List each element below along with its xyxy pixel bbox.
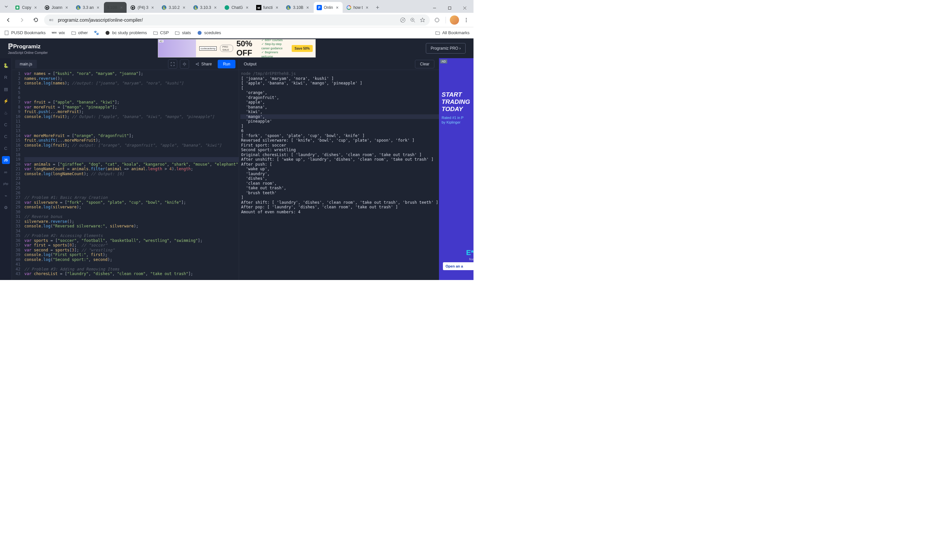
tab-close-icon[interactable]: × (96, 5, 100, 10)
lang-java-icon[interactable]: ♨ (2, 109, 10, 117)
code-line[interactable] (24, 119, 239, 124)
close-window-button[interactable] (457, 3, 472, 13)
bookmark-item[interactable]: scedules (197, 30, 221, 35)
code-line[interactable] (24, 262, 239, 267)
code-line[interactable]: console.log(fruit); // output: ["orange"… (24, 143, 239, 148)
browser-tab[interactable]: Mfuncti× (253, 2, 282, 13)
code-line[interactable]: console.log(longNameCount); // Output: [… (24, 172, 239, 177)
fullscreen-icon[interactable] (168, 60, 177, 69)
tab-close-icon[interactable]: × (305, 5, 310, 10)
code-line[interactable] (24, 157, 239, 162)
lang-go-icon[interactable]: ∞ (2, 168, 10, 176)
lang-cpp-icon[interactable]: C (2, 132, 10, 140)
share-button[interactable]: Share (192, 60, 215, 68)
code-line[interactable]: names.reverse(); (24, 76, 239, 81)
code-line[interactable] (24, 181, 239, 186)
site-info-icon[interactable] (48, 17, 55, 23)
code-line[interactable] (24, 210, 239, 215)
code-line[interactable]: console.log("Reversed silverware:", silv… (24, 224, 239, 229)
lang-php-icon[interactable]: php (2, 180, 10, 188)
ad-cta[interactable]: Save 50% (292, 45, 313, 52)
ad-banner[interactable]: codecademy PRO SALE 50% OFF 600+ courses… (158, 39, 316, 57)
tab-search-icon[interactable] (1, 2, 11, 11)
tab-close-icon[interactable]: × (274, 5, 279, 10)
code-line[interactable] (24, 191, 239, 195)
tab-close-icon[interactable]: × (150, 5, 155, 10)
code-line[interactable]: console.log("Second sport:", second); (24, 257, 239, 262)
code-line[interactable]: fruit.push(...moreFruit); (24, 109, 239, 114)
browser-tab[interactable]: ChatG× (221, 2, 253, 13)
code-line[interactable] (24, 229, 239, 234)
code-line[interactable]: console.log(fruit); // Output: ["apple",… (24, 114, 239, 119)
programiz-pro-button[interactable]: Programiz PRO › (426, 43, 466, 54)
browser-tab[interactable]: Copy× (12, 2, 41, 13)
side-ad-cta[interactable]: Open an a (443, 262, 473, 270)
lang-swift-icon[interactable]: ⌁ (2, 192, 10, 200)
cookie-blocked-icon[interactable] (399, 17, 406, 23)
output-body[interactable]: node /tmp/drEP8Yheh8.js[ 'joanna', 'mary… (239, 70, 439, 280)
code-line[interactable]: var first = sports[0]; // "soccer" (24, 243, 239, 248)
code-line[interactable]: silverware.reverse(); (24, 219, 239, 224)
bookmark-item[interactable]: bc study problems (105, 30, 147, 35)
browser-tab[interactable]: 🐍3.10B× (283, 2, 313, 13)
code-line[interactable]: // Problem #1: Basic Array Creation (24, 195, 239, 200)
browser-tab[interactable]: POnlin× (314, 2, 343, 13)
reload-button[interactable] (30, 14, 42, 26)
all-bookmarks-button[interactable]: All Bookmarks (435, 30, 470, 35)
lang-sql-icon[interactable]: ▤ (2, 85, 10, 93)
url-bar[interactable]: programiz.com/javascript/online-compiler… (44, 14, 430, 26)
minimize-button[interactable] (427, 3, 442, 13)
code-line[interactable] (24, 148, 239, 152)
code-line[interactable]: var names = ["kushi", "nora", "maryam", … (24, 71, 239, 76)
browser-tab[interactable]: Joann× (42, 2, 72, 13)
tab-close-icon[interactable]: × (245, 5, 249, 10)
code-line[interactable]: var sports = ["soccer", "football", "bas… (24, 238, 239, 243)
tab-close-icon[interactable]: × (365, 5, 369, 10)
browser-tab[interactable]: (P4) 3× (127, 2, 158, 13)
bookmark-item[interactable]: stats (175, 30, 191, 35)
lang-csharp-icon[interactable]: C (2, 144, 10, 152)
code-line[interactable] (24, 95, 239, 100)
lang-python-icon[interactable]: 🐍 (2, 62, 10, 69)
new-tab-button[interactable]: + (373, 3, 382, 12)
code-line[interactable]: var moreFruit = ["mango", "pineapple"]; (24, 105, 239, 110)
maximize-button[interactable] (442, 3, 457, 13)
code-line[interactable] (24, 86, 239, 91)
lang-html-icon[interactable]: ⚡ (2, 97, 10, 105)
code-line[interactable] (24, 90, 239, 95)
code-line[interactable]: var silverware = ["fork", "spoon", "plat… (24, 200, 239, 205)
tab-close-icon[interactable]: × (335, 5, 340, 10)
code-line[interactable]: // Problem #3: Adding and Removing Items (24, 267, 239, 272)
lang-r-icon[interactable]: R (2, 73, 10, 81)
bookmark-item[interactable]: WIXwix (52, 30, 65, 35)
code-editor[interactable]: 1234567891011121314151617181920212223242… (12, 70, 239, 280)
theme-toggle-icon[interactable] (180, 60, 189, 69)
lang-rust-icon[interactable]: ⚙ (2, 203, 10, 211)
code-line[interactable]: console.log(silverware); (24, 205, 239, 210)
tab-close-icon[interactable]: × (33, 5, 38, 10)
code-line[interactable]: // Problem #2: Accessing Elements (24, 233, 239, 238)
code-line[interactable] (24, 152, 239, 157)
zoom-icon[interactable] (410, 17, 416, 23)
bookmark-item[interactable]: PUSD Bookmarks (4, 30, 46, 35)
bookmark-item[interactable]: 🐾 (94, 30, 99, 35)
tab-close-icon[interactable]: × (119, 5, 124, 10)
bookmark-star-icon[interactable] (419, 17, 426, 23)
code-line[interactable]: // Reverse bonus (24, 214, 239, 219)
run-button[interactable]: Run (218, 60, 236, 68)
browser-tab[interactable]: 🐍3.10.2× (159, 2, 189, 13)
code-line[interactable] (24, 186, 239, 191)
code-line[interactable]: fruit.unshift(...moreMoreFruit); (24, 138, 239, 143)
code-line[interactable] (24, 124, 239, 129)
profile-avatar[interactable] (450, 15, 459, 25)
bookmark-item[interactable]: other (71, 30, 88, 35)
tab-close-icon[interactable]: × (182, 5, 186, 10)
code-line[interactable]: var longNameCount = animals.filter(anima… (24, 167, 239, 172)
code-line[interactable]: var choresList = ["laundry", "dishes", "… (24, 271, 239, 276)
back-button[interactable] (3, 14, 14, 26)
file-tab[interactable]: main.js (15, 60, 37, 68)
code-line[interactable]: var second = sports[3]; // "wrestling" (24, 248, 239, 253)
tab-close-icon[interactable]: × (213, 5, 218, 10)
code-line[interactable] (24, 129, 239, 134)
code-body[interactable]: var names = ["kushi", "nora", "maryam", … (23, 70, 239, 280)
